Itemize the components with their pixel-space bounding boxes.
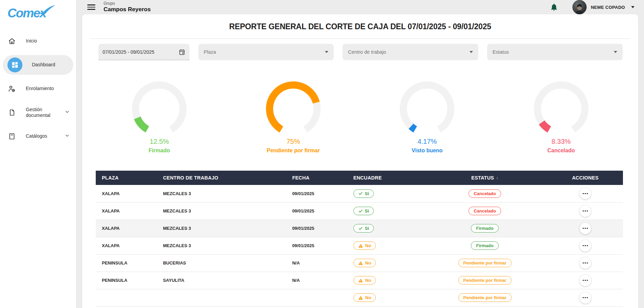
row-actions-button[interactable] — [579, 240, 591, 252]
sidebar-item-enrolamiento[interactable]: Enrolamiento — [0, 79, 76, 99]
status-badge: Firmado — [471, 224, 498, 233]
column-header-estatus-label: ESTATUS — [471, 175, 494, 181]
table-row: PENINSULA BUCERIAS N/A No Pendiente por … — [96, 254, 623, 272]
encuadre-label: Si — [365, 226, 369, 231]
sidebar-item-label: Inicio — [26, 38, 58, 44]
cell-fecha: 09/01/2025 — [286, 185, 347, 202]
cell-estatus: Firmado — [422, 237, 548, 254]
plaza-select[interactable]: Plaza — [198, 44, 334, 60]
row-actions-button[interactable] — [579, 292, 591, 304]
estatus-select-value: Estatus — [493, 49, 614, 55]
encuadre-badge: No — [353, 259, 376, 267]
cell-estatus: Pendiente por firmar — [422, 254, 548, 272]
home-icon — [7, 37, 16, 46]
gauge-label: Cancelado — [547, 148, 575, 154]
table-row: No Pendiente por firmar — [96, 289, 623, 306]
warning-icon — [358, 295, 363, 300]
sidebar-item-label: Dashboard — [32, 62, 65, 68]
cell-plaza: PENINSULA — [96, 254, 157, 272]
main-area: Grupo Campos Reyeros NEME COPADO — [76, 0, 644, 308]
caret-down-icon — [631, 6, 634, 8]
caret-down-icon — [614, 51, 617, 53]
check-icon — [358, 191, 363, 196]
column-header-acciones[interactable]: ACCIONES — [548, 171, 623, 185]
sidebar-item-catalogos[interactable]: Catálogos — [0, 126, 76, 146]
gauge-firmado: 12.5% Firmado — [92, 80, 226, 154]
cell-plaza: XALAPA — [96, 237, 157, 254]
table-row: XALAPA MEZCALES 3 09/01/2025 No Firmado — [96, 237, 623, 254]
column-header-encuadre[interactable]: ENCUADRE — [347, 171, 422, 185]
cell-estatus: Cancelado — [422, 202, 548, 220]
row-actions-button[interactable] — [579, 188, 591, 199]
cell-encuadre: No — [347, 237, 422, 254]
cell-centro-de-trabajo — [157, 289, 286, 306]
gauge-percentage: 8.33% — [551, 138, 571, 146]
chevron-down-icon — [65, 109, 70, 116]
cell-fecha: N/A — [286, 254, 347, 272]
row-actions-button[interactable] — [579, 223, 591, 234]
cell-plaza: PENINSULA — [96, 272, 157, 289]
cell-centro-de-trabajo: MEZCALES 3 — [157, 237, 286, 254]
row-actions-button[interactable] — [579, 205, 591, 217]
column-header-estatus[interactable]: ESTATUS↑ — [422, 171, 548, 185]
cell-acciones — [548, 220, 623, 237]
content: REPORTE GENERAL DEL CORTE DE CAJA DEL 07… — [76, 14, 644, 308]
status-badge: Firmado — [471, 241, 498, 250]
user-menu[interactable]: NEME COPADO — [572, 0, 634, 14]
table-header-row: PLAZA CENTRO DE TRABAJO FECHA ENCUADRE E… — [96, 171, 623, 185]
encuadre-label: No — [365, 295, 371, 300]
cell-acciones — [548, 185, 623, 202]
cell-encuadre: Si — [347, 220, 422, 237]
cell-centro-de-trabajo: SAYULITA — [157, 272, 286, 289]
filters-bar: 07/01/2025 - 09/01/2025 Plaza Centro de … — [82, 39, 638, 60]
column-header-fecha[interactable]: FECHA — [286, 171, 347, 185]
caret-down-icon — [470, 51, 473, 53]
centro-trabajo-select-value: Centro de trabajo — [348, 49, 469, 55]
table-row: XALAPA MEZCALES 3 09/01/2025 Si Cancelad… — [96, 202, 623, 220]
cell-centro-de-trabajo: MEZCALES 3 — [157, 202, 286, 220]
report-card: REPORTE GENERAL DEL CORTE DE CAJA DEL 07… — [82, 14, 638, 308]
cell-centro-de-trabajo: MEZCALES 3 — [157, 185, 286, 202]
person-check-icon — [7, 84, 16, 93]
gauge-visto-bueno: 4.17% Visto bueno — [360, 80, 494, 154]
cell-estatus: Pendiente por firmar — [422, 272, 548, 289]
cell-fecha: 09/01/2025 — [286, 237, 347, 254]
cell-fecha: 09/01/2025 — [286, 202, 347, 220]
hamburger-menu-button[interactable] — [87, 4, 95, 10]
encuadre-label: No — [365, 278, 371, 283]
donut-chart — [398, 80, 456, 138]
check-icon — [358, 209, 363, 213]
cell-acciones — [548, 272, 623, 289]
cell-plaza: XALAPA — [96, 202, 157, 220]
warning-icon — [358, 243, 363, 248]
column-header-centro-de-trabajo[interactable]: CENTRO DE TRABAJO — [157, 171, 286, 185]
sidebar-item-gestion-documental[interactable]: Gestión documental — [0, 103, 76, 122]
avatar — [572, 0, 587, 14]
encuadre-label: Si — [365, 191, 369, 196]
sidebar-item-label: Gestión documental — [26, 107, 58, 119]
table-row: PENINSULA SAYULITA N/A No Pendiente por … — [96, 272, 623, 289]
gauge-label: Firmado — [149, 148, 170, 154]
row-actions-button[interactable] — [579, 275, 591, 286]
date-range-value: 07/01/2025 - 09/01/2025 — [103, 49, 179, 55]
user-name: NEME COPADO — [591, 5, 625, 10]
cell-centro-de-trabajo: BUCERIAS — [157, 254, 286, 272]
status-badge: Cancelado — [468, 207, 501, 215]
gauge-cancelado: 8.33% Cancelado — [494, 80, 628, 154]
row-actions-button[interactable] — [579, 257, 591, 269]
estatus-select[interactable]: Estatus — [487, 44, 623, 60]
comex-logo: Comex — [0, 0, 76, 24]
status-badge: Cancelado — [468, 189, 501, 198]
notifications-bell-icon[interactable] — [550, 3, 558, 11]
gauge-label: Visto bueno — [412, 148, 443, 154]
cell-acciones — [548, 237, 623, 254]
date-range-input[interactable]: 07/01/2025 - 09/01/2025 — [98, 44, 189, 60]
app-root: Comex Inicio Dashboard — [0, 0, 644, 308]
column-header-plaza[interactable]: PLAZA — [96, 171, 157, 185]
centro-trabajo-select[interactable]: Centro de trabajo — [343, 44, 478, 60]
sidebar-item-dashboard[interactable]: Dashboard — [3, 55, 73, 75]
group-block: Grupo Campos Reyeros — [104, 1, 151, 13]
sidebar-item-inicio[interactable]: Inicio — [0, 31, 76, 51]
group-name: Campos Reyeros — [104, 6, 151, 13]
encuadre-badge: No — [353, 293, 376, 302]
